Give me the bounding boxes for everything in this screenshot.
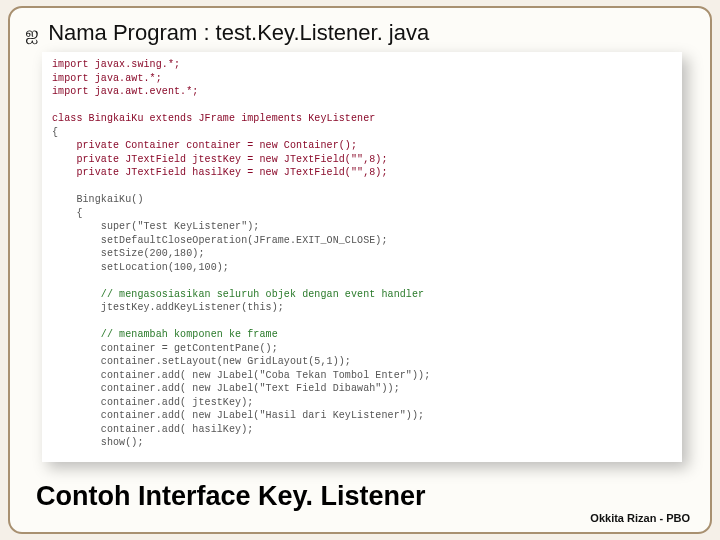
- header-text: Nama Program : test.Key.Listener. java: [48, 20, 429, 45]
- slide-title: Contoh Interface Key. Listener: [36, 481, 426, 512]
- code-screenshot: import javax.swing.*; import java.awt.*;…: [42, 52, 682, 462]
- slide-header: ஐ Nama Program : test.Key.Listener. java: [26, 20, 696, 46]
- code-content: import javax.swing.*; import java.awt.*;…: [52, 58, 672, 450]
- slide-author: Okkita Rizan - PBO: [590, 512, 690, 524]
- slide-frame: ஐ Nama Program : test.Key.Listener. java…: [8, 6, 712, 534]
- bullet-icon: ஐ: [26, 23, 38, 43]
